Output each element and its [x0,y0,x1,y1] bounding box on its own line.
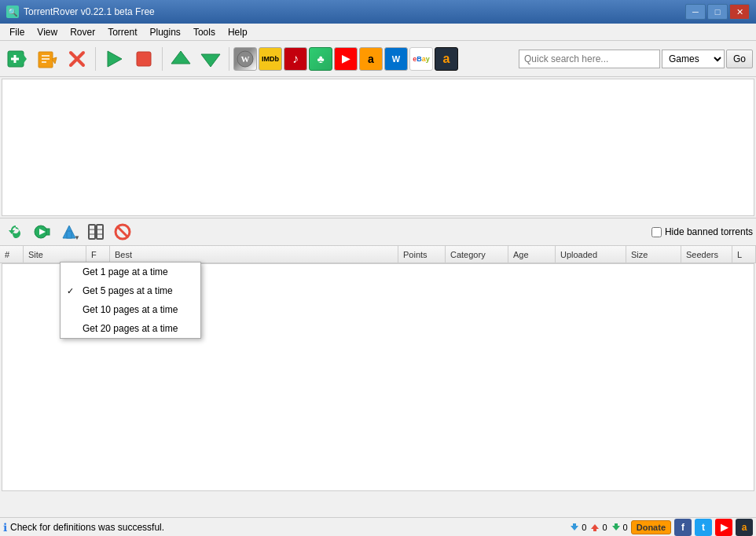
svg-rect-21 [67,231,72,238]
minimize-button[interactable]: ─ [685,4,706,20]
toolbar-separator-1 [95,47,96,71]
col-header-best[interactable]: Best [110,246,398,262]
main-content-area [2,79,754,216]
col-header-site[interactable]: Site [24,246,86,262]
svg-line-29 [117,226,128,237]
svg-text:W: W [241,54,250,64]
results-toolbar: ▼ Hide banned torrents [0,218,756,246]
hide-banned-label: Hide banned torrents [665,226,753,237]
col-header-points[interactable]: Points [398,246,446,262]
menu-rover[interactable]: Rover [64,25,101,39]
col-header-num[interactable]: # [0,246,24,262]
svg-rect-35 [615,523,618,527]
svg-marker-14 [201,54,220,67]
window-controls: ─ □ ✕ [685,4,750,20]
twitter-button[interactable]: t [695,519,712,536]
menu-view[interactable]: View [31,25,64,39]
svg-marker-11 [108,51,122,67]
svg-rect-31 [573,523,576,527]
svg-rect-33 [593,528,596,531]
close-button[interactable]: ✕ [729,4,750,20]
plugin-bitsnoop-button[interactable]: ♣ [309,47,332,71]
col-header-age[interactable]: Age [508,246,556,262]
down-button[interactable] [196,45,225,73]
info-icon: ℹ [3,521,7,534]
next-page-button[interactable] [30,221,55,243]
col-header-seeders[interactable]: Seeders [681,246,732,262]
svg-marker-3 [22,53,27,65]
up-button[interactable] [167,45,195,73]
menu-tools[interactable]: Tools [187,25,222,39]
status-bar: ℹ Check for definitions was successful. … [0,517,756,536]
toolbar-separator-2 [162,47,163,71]
status-message: Check for definitions was successful. [10,522,164,533]
pages-option-5[interactable]: Get 5 pages at a time [61,281,200,300]
svg-rect-22 [89,225,95,239]
hide-banned-section: Hide banned torrents [651,226,753,237]
edit-button[interactable] [33,45,61,73]
col-header-flag[interactable]: F [86,246,110,262]
download-count: 0 [582,523,586,532]
peers-count: 0 [623,523,628,532]
search-input[interactable] [519,50,660,68]
hide-banned-checkbox[interactable] [651,227,662,237]
upload-count: 0 [602,523,607,532]
menu-plugins[interactable]: Plugins [144,25,187,39]
column-headers: # Site F Best Points Category Age Upload… [0,246,756,263]
svg-rect-19 [46,229,50,235]
title-bar: 🔍 TorrentRover v0.22.1 beta Free ─ □ ✕ [0,0,756,24]
col-header-size[interactable]: Size [626,246,681,262]
menu-help[interactable]: Help [222,25,254,39]
refresh-button[interactable] [3,221,28,243]
main-toolbar: W IMDb ♪ ♣ ▶ a W eBay a Games Movies Mus… [0,41,756,77]
delete-button[interactable] [63,45,91,73]
play-button[interactable] [100,45,128,73]
svg-rect-12 [137,52,151,66]
menu-torrent[interactable]: Torrent [101,25,143,39]
plugin-amazon-button[interactable]: a [359,47,383,71]
facebook-button[interactable]: f [674,519,692,536]
get-pages-button[interactable]: ▼ [57,221,82,243]
amazon-social-button[interactable]: a [736,519,753,536]
col-header-leechers[interactable]: L [732,246,756,262]
pages-option-10[interactable]: Get 10 pages at a time [61,300,200,319]
peers-counter: 0 [611,522,628,533]
peers-icon [611,522,622,533]
window-title: TorrentRover v0.22.1 beta Free [24,6,155,17]
search-go-button[interactable]: Go [726,50,753,68]
svg-marker-13 [171,51,190,64]
upload-icon [589,522,600,533]
col-header-category[interactable]: Category [446,246,508,262]
ban-button[interactable] [110,221,135,243]
plugin-walmart-button[interactable]: W [384,47,408,71]
plugin-ebay-button[interactable]: eBay [409,47,433,71]
plugin-imdb-button[interactable]: IMDb [259,47,282,71]
upload-counter: 0 [589,522,607,533]
svg-rect-4 [39,52,53,68]
stop-button[interactable] [130,45,158,73]
donate-button[interactable]: Donate [631,520,671,534]
search-category-select[interactable]: Games Movies Music TV Software Books Oth… [662,50,725,68]
pages-dropdown-menu: Get 1 page at a time Get 5 pages at a ti… [60,262,201,339]
plugin-wikipedia-button[interactable]: W [233,47,257,71]
plugin-lastfm-button[interactable]: ♪ [284,47,307,71]
youtube-button[interactable]: ▶ [715,519,732,536]
svg-rect-23 [97,225,103,239]
menu-file[interactable]: File [3,25,31,39]
download-counter: 0 [569,522,586,533]
download-icon [569,522,580,533]
pages-option-20[interactable]: Get 20 pages at a time [61,319,200,338]
app-icon: 🔍 [6,6,19,18]
pages-option-1[interactable]: Get 1 page at a time [61,262,200,281]
col-header-uploaded[interactable]: Uploaded [556,246,626,262]
plugin-amazon2-button[interactable]: a [435,47,458,71]
toolbar-separator-3 [229,47,229,71]
plugin-youtube-button[interactable]: ▶ [334,47,358,71]
columns-button[interactable] [83,221,108,243]
maximize-button[interactable]: □ [707,4,728,20]
add-button[interactable] [3,45,31,73]
menu-bar: File View Rover Torrent Plugins Tools He… [0,24,756,41]
search-bar: Games Movies Music TV Software Books Oth… [519,50,753,68]
